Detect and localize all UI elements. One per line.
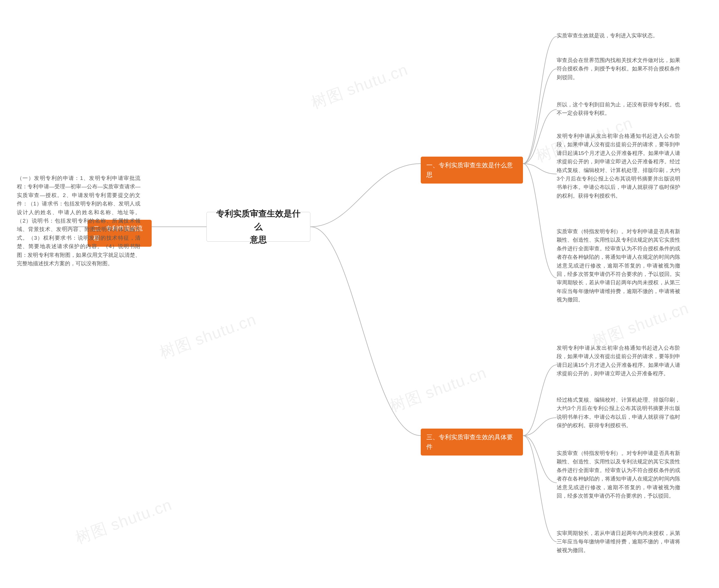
root-title-line2: 意思	[250, 235, 267, 244]
leaf-s3-4: 实审周期较长，若从申请日起两年内尚未授权，从第三年应当每年缴纳申请维持费，逾期不…	[557, 529, 680, 554]
leaf-s1-5: 实质审查（特指发明专利）。对专利申请是否具有新颖性、创造性、实用性以及专利法规定…	[557, 227, 680, 304]
root-node[interactable]: 专利实质审查生效是什么 意思	[206, 212, 311, 241]
watermark: 树图 shutu.cn	[73, 494, 175, 549]
branch-node-section-3[interactable]: 三、专利实质审查生效的具体要件	[421, 428, 523, 456]
watermark: 树图 shutu.cn	[157, 309, 259, 364]
watermark: 树图 shutu.cn	[308, 59, 411, 114]
branch-node-section-1[interactable]: 一、专利实质审查生效是什么意思	[421, 156, 523, 184]
leaf-s3-2: 经过格式复核、编辑校对、计算机处理、排版印刷，大约3个月后在专利公报上公布其说明…	[557, 396, 680, 430]
leaf-s1-4: 发明专利申请从发出初审合格通知书起进入公布阶段，如果申请人没有提出提前公开的请求…	[557, 132, 680, 200]
root-title-line1: 专利实质审查生效是什么	[216, 209, 301, 231]
leaf-s2-1: （一）发明专利的申请：1、发明专利申请审批流程：专利申请—受理—初审—公布—实质…	[17, 174, 140, 268]
leaf-s1-2: 审查员会在世界范围内找相关技术文件做对比，如果符合授权条件，则授予专利权。如果不…	[557, 56, 680, 82]
leaf-s3-3: 实质审查（特指发明专利）。对专利申请是否具有新颖性、创造性、实用性以及专利法规定…	[557, 449, 680, 500]
leaf-s3-1: 发明专利申请从发出初审合格通知书起进入公布阶段，如果申请人没有提出提前公开的请求…	[557, 344, 680, 378]
watermark: 树图 shutu.cn	[387, 362, 490, 417]
leaf-s1-1: 实质审查生效就是说，专利进入实审状态。	[557, 31, 680, 40]
leaf-s1-3: 所以，这个专利到目前为止，还没有获得专利权。也不一定会获得专利权。	[557, 101, 680, 118]
